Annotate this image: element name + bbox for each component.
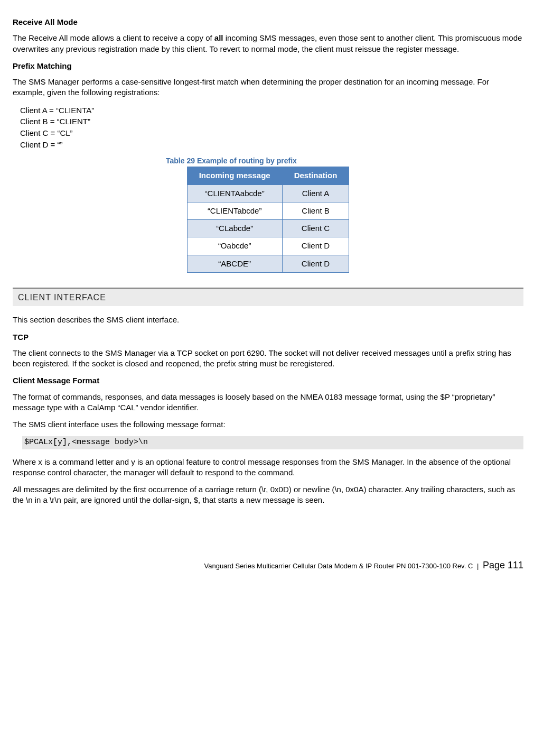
page-footer: Vanguard Series Multicarrier Cellular Da… — [13, 559, 523, 571]
bold-all: all — [214, 33, 223, 42]
cell-incoming: “CLIENTAabcde” — [187, 185, 282, 202]
para-format-4: All messages are delimited by the first … — [13, 484, 523, 506]
cell-destination: Client D — [282, 255, 349, 272]
heading-prefix-matching: Prefix Matching — [13, 61, 523, 71]
para-tcp: The client connects to the SMS Manager v… — [13, 348, 523, 370]
heading-tcp: TCP — [13, 332, 523, 343]
list-item: Client B = “CLIENT” — [20, 116, 523, 127]
list-item: Client A = “CLIENTA” — [20, 105, 523, 116]
table-header-destination: Destination — [282, 167, 349, 185]
heading-receive-all-mode: Receive All Mode — [13, 17, 523, 27]
table-row: “CLabcde” Client C — [187, 220, 349, 237]
para-prefix-matching: The SMS Manager performs a case-sensitiv… — [13, 77, 523, 98]
table-header-incoming: Incoming message — [187, 167, 282, 185]
para-client-interface-intro: This section describes the SMS client in… — [13, 315, 523, 325]
cell-incoming: “Oabcde” — [187, 237, 282, 255]
section-heading-client-interface: CLIENT INTERFACE — [13, 288, 523, 307]
para-receive-all-mode: The Receive All mode allows a client to … — [13, 33, 523, 54]
client-registration-list: Client A = “CLIENTA” Client B = “CLIENT”… — [20, 105, 523, 151]
table-row: “CLIENTabcde” Client B — [187, 202, 349, 219]
cell-incoming: “ABCDE” — [187, 255, 282, 272]
table-row: “Oabcde” Client D — [187, 237, 349, 255]
routing-table: Incoming message Destination “CLIENTAabc… — [187, 167, 350, 273]
heading-client-message-format: Client Message Format — [13, 375, 523, 386]
code-message-format: $PCALx[y],<message body>\n — [22, 436, 523, 449]
list-item: Client C = “CL” — [20, 127, 523, 139]
table-header-row: Incoming message Destination — [187, 167, 349, 185]
para-format-2: The SMS client interface uses the follow… — [13, 419, 523, 430]
table-row: “ABCDE” Client D — [187, 255, 349, 272]
footer-page-number: Page 111 — [483, 560, 523, 570]
cell-destination: Client B — [282, 202, 349, 219]
table-caption: Table 29 Example of routing by prefix — [166, 156, 523, 166]
cell-incoming: “CLabcde” — [187, 220, 282, 237]
footer-separator: | — [477, 562, 479, 570]
cell-destination: Client A — [282, 185, 349, 202]
footer-product: Vanguard Series Multicarrier Cellular Da… — [204, 562, 473, 570]
para-format-3: Where x is a command letter and y is an … — [13, 457, 523, 478]
table-row: “CLIENTAabcde” Client A — [187, 185, 349, 202]
para-format-1: The format of commands, responses, and d… — [13, 392, 523, 413]
cell-destination: Client C — [282, 220, 349, 237]
list-item: Client D = “” — [20, 139, 523, 151]
cell-incoming: “CLIENTabcde” — [187, 202, 282, 219]
cell-destination: Client D — [282, 237, 349, 255]
